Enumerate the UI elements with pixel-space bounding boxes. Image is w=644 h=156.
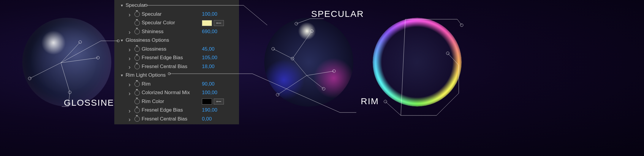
twirl-down-icon[interactable]: [121, 38, 126, 43]
prop-glossiness[interactable]: Glossiness 45,00: [114, 45, 239, 54]
eyedropper-icon[interactable]: [214, 99, 224, 104]
prop-label: Rim Color: [142, 99, 164, 104]
prop-specular-color[interactable]: Specular Color: [114, 19, 239, 28]
twirl-right-icon[interactable]: [129, 46, 133, 52]
stopwatch-icon[interactable]: [135, 46, 140, 52]
preview-sphere-glossiness: [22, 18, 111, 107]
stopwatch-icon[interactable]: [135, 20, 140, 26]
prop-value[interactable]: 45,00: [202, 46, 215, 52]
prop-rim-color[interactable]: Rim Color: [114, 97, 239, 106]
prop-fresnel-central-bias-r[interactable]: Fresnel Central Bias 0,00: [114, 115, 239, 124]
prop-label: Specular Color: [142, 20, 175, 26]
color-swatch[interactable]: [202, 20, 212, 26]
prop-label: Specular: [142, 12, 162, 17]
twirl-right-icon[interactable]: [129, 28, 133, 35]
prop-fresnel-central-bias-g[interactable]: Fresnel Central Bias 18,00: [114, 62, 239, 71]
prop-label: Shininess: [142, 29, 164, 35]
prop-value[interactable]: 105,00: [202, 55, 217, 61]
svg-point-15: [460, 24, 463, 27]
group-label: Glossiness Options: [126, 38, 169, 43]
prop-label: Rim: [142, 81, 151, 87]
twirl-right-icon[interactable]: [129, 11, 133, 17]
prop-fresnel-edge-bias-r[interactable]: Fresnel Edge Bias 190,00: [114, 106, 239, 115]
prop-label: Glossiness: [142, 46, 166, 52]
stopwatch-icon[interactable]: [135, 99, 140, 104]
eyedropper-icon[interactable]: [214, 20, 224, 26]
prop-rim[interactable]: Rim 90,00: [114, 80, 239, 89]
stopwatch-icon[interactable]: [135, 64, 140, 69]
label-rim: RIM: [361, 96, 379, 106]
stopwatch-icon[interactable]: [135, 108, 140, 113]
stopwatch-icon[interactable]: [135, 90, 140, 96]
twirl-down-icon[interactable]: [121, 3, 126, 8]
group-label: Specular: [126, 3, 145, 8]
group-rim-light[interactable]: Rim Light Options: [114, 71, 239, 80]
twirl-right-icon[interactable]: [129, 55, 133, 61]
group-specular[interactable]: Specular: [114, 1, 239, 10]
prop-colorized-normal-mix[interactable]: Colorized Normal Mix 100,00: [114, 89, 239, 97]
label-specular: SPECULAR: [311, 9, 364, 19]
preview-sphere-rim: [373, 18, 462, 107]
twirl-right-icon[interactable]: [129, 81, 133, 87]
prop-fresnel-edge-bias-g[interactable]: Fresnel Edge Bias 105,00: [114, 54, 239, 62]
prop-label: Fresnel Edge Bias: [142, 55, 183, 61]
stopwatch-icon[interactable]: [135, 29, 140, 34]
prop-specular[interactable]: Specular 100,00: [114, 10, 239, 19]
prop-label: Fresnel Edge Bias: [142, 107, 183, 113]
prop-label: Colorized Normal Mix: [142, 90, 190, 96]
svg-point-16: [384, 100, 387, 103]
twirl-right-icon[interactable]: [129, 107, 133, 114]
stopwatch-icon[interactable]: [135, 116, 140, 122]
prop-value[interactable]: 18,00: [202, 64, 215, 70]
group-label: Rim Light Options: [126, 73, 166, 78]
twirl-right-icon[interactable]: [129, 90, 133, 96]
prop-label: Fresnel Central Bias: [142, 64, 187, 70]
twirl-right-icon[interactable]: [129, 63, 133, 70]
prop-shininess[interactable]: Shininess 690,00: [114, 28, 239, 36]
color-swatch[interactable]: [202, 99, 212, 104]
preview-sphere-specular: [264, 18, 353, 107]
stopwatch-icon[interactable]: [135, 12, 140, 17]
prop-value[interactable]: 100,00: [202, 12, 217, 17]
prop-value[interactable]: 90,00: [202, 81, 215, 87]
prop-value[interactable]: 190,00: [202, 107, 217, 113]
stopwatch-icon[interactable]: [135, 81, 140, 87]
prop-value[interactable]: 100,00: [202, 90, 217, 96]
effects-properties-panel: Specular Specular 100,00 Specular Color …: [114, 0, 239, 124]
stopwatch-icon[interactable]: [135, 55, 140, 61]
group-glossiness[interactable]: Glossiness Options: [114, 36, 239, 45]
prop-value[interactable]: 0,00: [202, 116, 212, 122]
prop-label: Fresnel Central Bias: [142, 116, 187, 122]
prop-value[interactable]: 690,00: [202, 29, 217, 35]
twirl-right-icon[interactable]: [129, 116, 133, 122]
twirl-down-icon[interactable]: [121, 73, 126, 78]
